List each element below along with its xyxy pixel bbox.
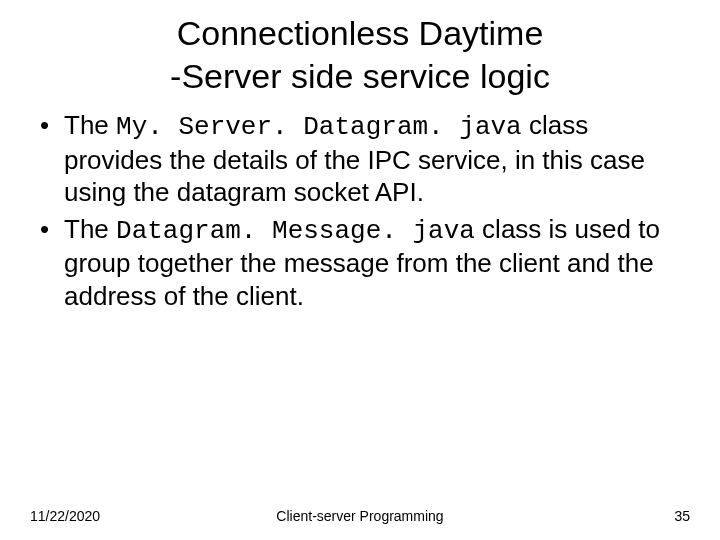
footer-center: Client-server Programming [0, 508, 720, 524]
bullet-item: The My. Server. Datagram. java class pro… [30, 109, 690, 209]
bullet-code: My. Server. Datagram. java [116, 112, 522, 142]
bullet-text-pre: The [64, 214, 116, 244]
slide: Connectionless Daytime -Server side serv… [0, 0, 720, 540]
bullet-code: Datagram. Message. java [116, 216, 475, 246]
title-line-1: Connectionless Daytime [177, 14, 544, 52]
slide-body: The My. Server. Datagram. java class pro… [0, 97, 720, 312]
slide-title: Connectionless Daytime -Server side serv… [0, 0, 720, 97]
bullet-item: The Datagram. Message. java class is use… [30, 213, 690, 313]
bullet-text-pre: The [64, 110, 116, 140]
title-line-2: -Server side service logic [170, 57, 550, 95]
footer-page-number: 35 [674, 508, 690, 524]
bullet-list: The My. Server. Datagram. java class pro… [30, 109, 690, 312]
